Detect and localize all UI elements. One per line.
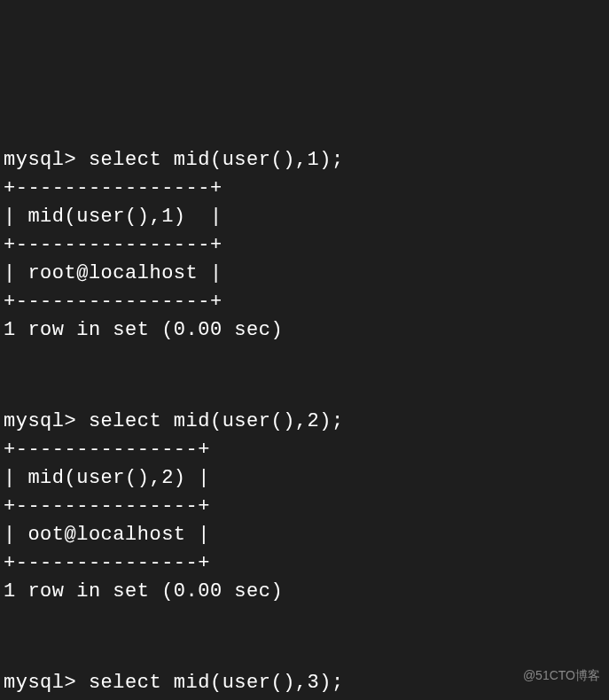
mysql-prompt[interactable]: mysql> — [4, 149, 89, 171]
query-block-3: mysql> select mid(user(),3); +----------… — [4, 642, 605, 700]
table-border-top: +---------------+ — [4, 439, 210, 461]
sql-command: select mid(user(),1); — [89, 149, 344, 171]
query-block-2: mysql> select mid(user(),2); +----------… — [4, 380, 605, 606]
query-status: 1 row in set (0.00 sec) — [4, 319, 283, 341]
table-border-mid: +---------------+ — [4, 495, 210, 517]
mysql-prompt[interactable]: mysql> — [4, 410, 89, 432]
sql-command: select mid(user(),3); — [89, 672, 344, 694]
table-border-bottom: +----------------+ — [4, 291, 223, 313]
table-header-row: | mid(user(),1) | — [4, 206, 223, 228]
table-header-row: | mid(user(),2) | — [4, 467, 210, 489]
sql-command: select mid(user(),2); — [89, 410, 344, 432]
query-block-1: mysql> select mid(user(),1); +----------… — [4, 119, 605, 345]
table-data-row: | root@localhost | — [4, 262, 223, 284]
mysql-prompt[interactable]: mysql> — [4, 672, 89, 694]
table-border-mid: +----------------+ — [4, 234, 223, 256]
query-status: 1 row in set (0.00 sec) — [4, 580, 283, 603]
watermark-text: @51CTO博客 — [523, 666, 600, 684]
table-border-top: +----------------+ — [4, 177, 223, 199]
table-border-bottom: +---------------+ — [4, 552, 210, 574]
table-data-row: | oot@localhost | — [4, 524, 210, 546]
